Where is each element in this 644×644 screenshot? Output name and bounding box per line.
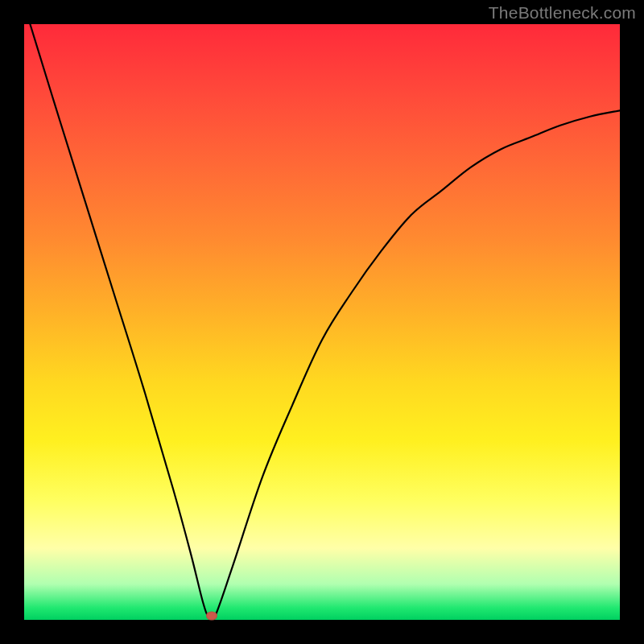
bottleneck-curve (24, 24, 620, 620)
plot-area (24, 24, 620, 620)
chart-frame: TheBottleneck.com (0, 0, 644, 644)
optimum-marker (206, 611, 217, 620)
watermark-text: TheBottleneck.com (489, 3, 636, 23)
